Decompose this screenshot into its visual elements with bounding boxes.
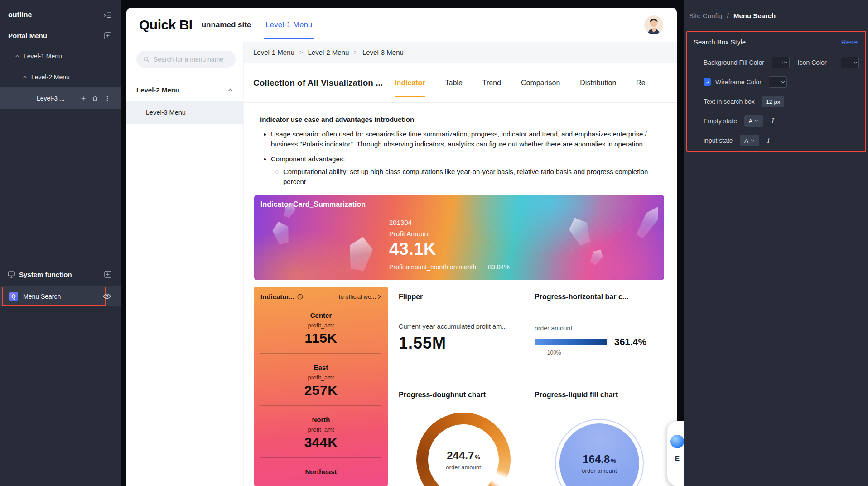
tab-relation[interactable]: Re [636, 63, 645, 102]
nav-tab-level1-menu[interactable]: Level-1 Menu [265, 8, 312, 42]
portal-menu-column: Level-2 Menu Level-3 Menu [126, 42, 244, 486]
official-website-link[interactable]: to official we... [339, 293, 381, 300]
chevron-up-icon[interactable] [14, 53, 20, 59]
doughnut-value: 244.7 [447, 449, 474, 462]
chart-cards-row: Indicator... to official we... [254, 287, 664, 486]
tab-comparison[interactable]: Comparison [521, 63, 560, 102]
quick-bi-app: outline Portal Menu Level-1 Menu [0, 0, 868, 486]
config-breadcrumb: Site Config / Menu Search [684, 0, 868, 19]
liquid-fill-card: Progress-liquid fill chart 164.8% order … [535, 384, 664, 486]
collapse-outline-icon[interactable] [104, 12, 111, 19]
chevron-down-icon [751, 139, 755, 142]
card-title: Progress-liquid fill chart [535, 391, 664, 399]
input-state-font-select[interactable]: A [740, 135, 759, 146]
metric-value: 43.1K [389, 239, 510, 259]
intro-bullet-advantages: Component advantages: Computational abil… [271, 154, 666, 187]
tab-indicator[interactable]: Indicator [395, 63, 425, 102]
assistant-icon[interactable] [670, 435, 684, 448]
indicator-intro: indicator use case and advantages introd… [244, 103, 677, 191]
add-portal-menu-icon[interactable] [104, 32, 111, 39]
icon-color-label: Icon Color [798, 59, 827, 66]
color-swatch [841, 57, 852, 68]
breadcrumb-separator: > [299, 49, 303, 56]
menu-search-q-icon: Q [9, 292, 18, 301]
metric-period: 201304 [389, 219, 510, 226]
input-state-label: input state [704, 137, 733, 144]
breadcrumb-site-config[interactable]: Site Config [689, 12, 722, 19]
progress-bar-card: Progress-horizontal bar c... order amoun… [535, 287, 664, 384]
assistant-label: E [675, 454, 680, 462]
breadcrumb-item[interactable]: Level-1 Menu [253, 49, 294, 56]
menu-search-box [136, 51, 236, 68]
empty-state-label: Empty state [704, 117, 737, 125]
indicator-item: East profit_amt 257K [260, 354, 381, 406]
portal-header: Quick BI unnamed site Level-1 Menu [126, 8, 677, 42]
menu-group-level2[interactable]: Level-2 Menu [126, 78, 243, 101]
wireframe-color-checkbox[interactable] [704, 78, 711, 86]
tab-trend[interactable]: Trend [482, 63, 501, 102]
icon-color-picker[interactable] [841, 57, 859, 68]
gem-graphic [270, 220, 292, 246]
doughnut-chart: 244.7% order amount [416, 413, 511, 486]
wireframe-color-label: Wireframe Color [715, 78, 762, 86]
quick-bi-logo: Quick BI [139, 17, 193, 33]
progress-label: order amount [535, 325, 664, 332]
menu-item-level3[interactable]: Level-3 Menu [126, 101, 243, 124]
italic-icon[interactable]: I [772, 117, 774, 126]
chevron-down-icon [780, 81, 786, 83]
breadcrumb-item[interactable]: Level-3 Menu [362, 49, 404, 56]
breadcrumb-item[interactable]: Level-2 Menu [308, 49, 349, 56]
empty-state-font-select[interactable]: A [744, 115, 763, 127]
indicator-item: North profit_amt 344K [260, 406, 381, 458]
gem-graphic [588, 247, 606, 267]
visibility-eye-icon[interactable] [103, 293, 111, 299]
portal-menu-label: Portal Menu [8, 32, 47, 39]
dashboard-tabs: Indicator Table Trend Comparison Distrib… [395, 63, 646, 102]
tree-item-label: Level-2 Menu [31, 73, 70, 81]
home-icon[interactable] [92, 95, 98, 102]
menu-group-label: Level-2 Menu [136, 86, 179, 94]
liquid-label: order amount [582, 467, 617, 474]
chevron-up-icon[interactable] [22, 74, 28, 80]
reset-button[interactable]: Reset [841, 38, 859, 46]
breadcrumb-menu-search: Menu Search [733, 12, 776, 19]
tree-item-label: Level-3 ... [37, 95, 81, 102]
liquid-unit: % [611, 457, 616, 464]
liquid-value: 164.8 [583, 453, 610, 465]
tree-item-label: Level-1 Menu [24, 53, 62, 60]
tree-item-level1[interactable]: Level-1 Menu [0, 46, 121, 67]
add-submenu-icon[interactable] [81, 96, 86, 101]
banner-title: Indicator Card_Summarization [260, 200, 366, 209]
more-options-icon[interactable] [104, 95, 111, 102]
card-title: Flipper [399, 293, 528, 301]
menu-search-input[interactable] [154, 56, 236, 63]
font-size-input[interactable]: 12 px [762, 96, 784, 107]
info-icon[interactable] [297, 294, 303, 300]
progress-track [535, 339, 607, 345]
tab-distribution[interactable]: Distribution [580, 63, 616, 102]
chevron-right-icon [377, 294, 381, 299]
menu-search-item[interactable]: Q Menu Search [0, 286, 121, 306]
tree-item-level3-selected[interactable]: Level-3 ... [0, 87, 121, 109]
card-title: Progress-horizontal bar c... [535, 293, 664, 301]
background-fill-color-picker[interactable] [772, 57, 790, 68]
doughnut-card: Progress-doughnut chart 244.7% order amo… [399, 384, 528, 486]
background-fill-color-label: Background Fill Color [704, 59, 764, 66]
tree-item-level2[interactable]: Level-2 Menu [0, 67, 121, 87]
search-box-style-section: Search Box Style Reset Background Fill C… [686, 31, 866, 152]
indicator-card-banner: Indicator Card_Summarization 201304 Prof… [254, 195, 664, 280]
text-in-search-box-label: Text in search box [704, 98, 755, 105]
progress-value: 361.4% [614, 336, 646, 347]
dashboard-title-row: Collection of All Visualization ... Indi… [244, 63, 677, 103]
menu-search-label: Menu Search [23, 293, 61, 300]
avatar[interactable] [644, 15, 663, 34]
add-system-function-icon[interactable] [104, 271, 111, 278]
gem-graphic [566, 214, 594, 248]
wireframe-color-picker[interactable] [769, 76, 787, 88]
doughnut-unit: % [475, 454, 480, 461]
dashboard-title: Collection of All Visualization ... [253, 78, 395, 88]
italic-icon[interactable]: I [767, 136, 770, 145]
chevron-up-icon[interactable] [227, 87, 233, 93]
tab-table[interactable]: Table [445, 63, 463, 102]
flipper-value: 1.55M [399, 334, 528, 353]
